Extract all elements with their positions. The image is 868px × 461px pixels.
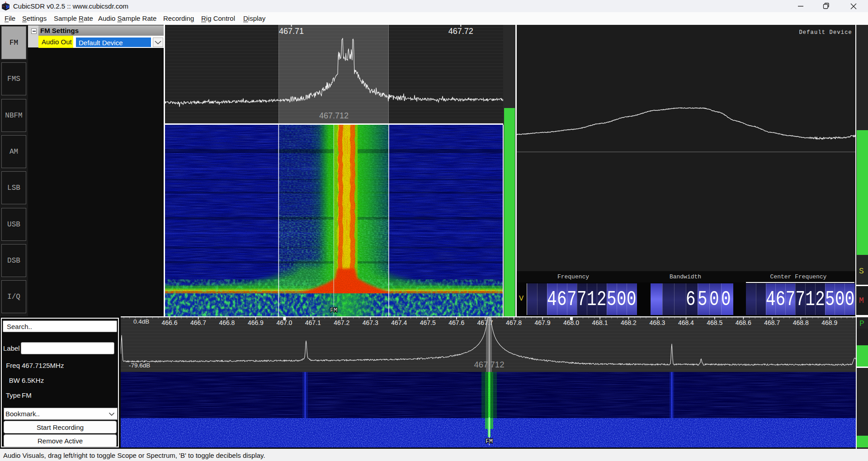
svg-text:467.4: 467.4 bbox=[391, 319, 407, 326]
svg-text:468.9: 468.9 bbox=[821, 319, 837, 326]
svg-text:467.3: 467.3 bbox=[363, 319, 378, 326]
svg-text:Default Device: Default Device bbox=[799, 29, 852, 36]
svg-text:467.1: 467.1 bbox=[305, 319, 321, 326]
svg-text:467.72: 467.72 bbox=[448, 27, 473, 36]
svg-text:468.1: 468.1 bbox=[592, 319, 608, 326]
svg-text:468.7: 468.7 bbox=[764, 319, 780, 326]
svg-text:467.71: 467.71 bbox=[279, 27, 304, 36]
svg-text:468.6: 468.6 bbox=[736, 319, 751, 326]
svg-text:467.8: 467.8 bbox=[506, 319, 522, 326]
svg-text:466.8: 466.8 bbox=[219, 319, 235, 326]
svg-text:468.3: 468.3 bbox=[649, 319, 665, 326]
svg-text:0.4dB: 0.4dB bbox=[133, 318, 149, 325]
svg-text:468.8: 468.8 bbox=[793, 319, 809, 326]
svg-text:467.6: 467.6 bbox=[448, 319, 464, 326]
svg-text:467.9: 467.9 bbox=[534, 319, 550, 326]
svg-text:467.0: 467.0 bbox=[276, 319, 292, 326]
svg-text:468.0: 468.0 bbox=[563, 319, 579, 326]
svg-text:466.6: 466.6 bbox=[161, 319, 177, 326]
svg-text:467.712: 467.712 bbox=[319, 111, 349, 120]
svg-text:-79.6dB: -79.6dB bbox=[129, 362, 150, 369]
svg-text:468.5: 468.5 bbox=[707, 319, 722, 326]
svg-text:467.2: 467.2 bbox=[334, 319, 349, 326]
svg-text:467.712: 467.712 bbox=[474, 360, 505, 369]
svg-text:466.7: 466.7 bbox=[190, 319, 206, 326]
svg-text:FM: FM bbox=[486, 438, 493, 445]
svg-text:FM: FM bbox=[330, 307, 337, 314]
svg-text:467.5: 467.5 bbox=[420, 319, 436, 326]
svg-text:468.2: 468.2 bbox=[621, 319, 637, 326]
svg-text:468.4: 468.4 bbox=[678, 319, 694, 326]
svg-text:466.9: 466.9 bbox=[248, 319, 264, 326]
